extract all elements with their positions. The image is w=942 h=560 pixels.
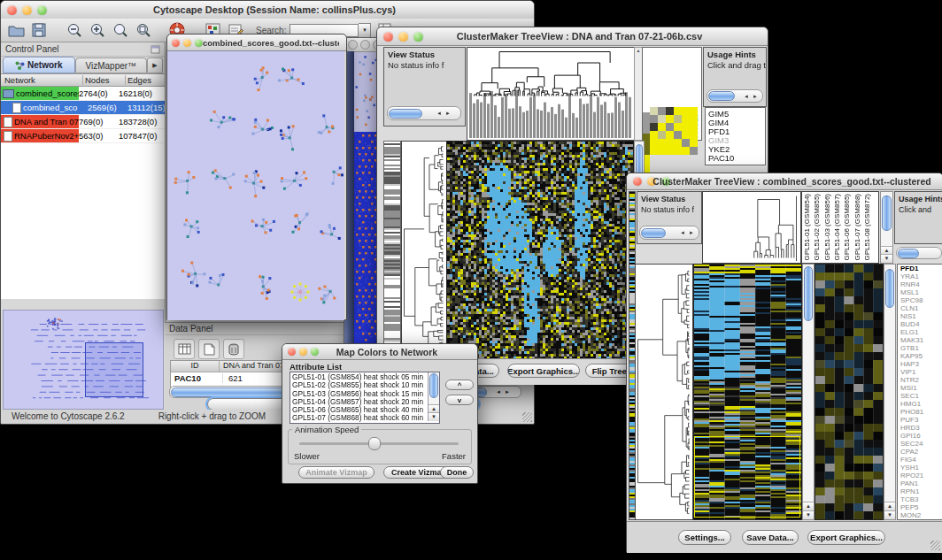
global-pixel-view[interactable] [383, 141, 401, 360]
gene-list-item[interactable]: PFD1 [708, 127, 765, 136]
gene-list-item[interactable]: NIS1 [900, 312, 942, 320]
gene-list-item[interactable]: PAN1 [900, 479, 942, 487]
search-dropdown-icon[interactable]: ▼ [359, 23, 371, 38]
close-icon[interactable] [383, 32, 393, 42]
usage-hints-scrollbar[interactable] [896, 247, 942, 259]
gene-list-item[interactable]: GTB1 [900, 344, 942, 352]
gene-list-item[interactable]: RPO21 [900, 472, 942, 479]
heatmap-vscrollbar[interactable]: ▲▼ [802, 264, 815, 520]
network-list-row[interactable]: RNAPuberNov2+563(0)107847(0) [1, 129, 165, 143]
open-session-icon[interactable] [6, 21, 26, 40]
matrix-cell[interactable] [682, 131, 690, 139]
gene-list-item[interactable]: YSH1 [900, 464, 942, 472]
view-status-scrollbar[interactable]: ◄► [639, 226, 699, 240]
gene-list-item[interactable]: PHO81 [900, 408, 942, 416]
gene-list-item[interactable]: SEC24 [900, 440, 942, 448]
matrix-cell[interactable] [690, 139, 698, 147]
tab-vizmapper[interactable]: VizMapper™ [75, 58, 148, 73]
column-header-network[interactable]: Network [1, 75, 82, 85]
matrix-cell[interactable] [690, 131, 698, 139]
network-canvas-area[interactable] [167, 50, 344, 320]
gene-list-item[interactable]: BUD4 [900, 320, 942, 328]
zoom-fit-icon[interactable] [134, 21, 153, 40]
matrix-cell[interactable] [674, 107, 682, 115]
row-dendrogram[interactable] [636, 265, 691, 518]
save-data-button[interactable]: Save Data... [742, 530, 799, 545]
gene-list-item[interactable]: KAP95 [900, 352, 942, 360]
matrix-cell[interactable] [674, 131, 682, 139]
gene-list-item[interactable]: YKE2 [708, 145, 765, 154]
matrix-cell[interactable] [658, 115, 666, 123]
matrix-cell[interactable] [658, 147, 666, 155]
gene-list-item[interactable]: TCB3 [900, 495, 942, 503]
gene-list-item[interactable]: ELG1 [900, 328, 942, 336]
matrix-cell[interactable] [666, 123, 674, 131]
gene-list-item[interactable]: RNR4 [900, 280, 942, 288]
settings-button[interactable]: Settings... [678, 530, 731, 545]
zoom-out-icon[interactable] [65, 21, 84, 40]
minimize-icon[interactable] [360, 40, 370, 50]
gene-list-item[interactable]: PUF3 [900, 416, 942, 424]
move-down-button[interactable]: v [445, 395, 474, 405]
matrix-cell[interactable] [690, 107, 698, 115]
column-dendrogram[interactable] [467, 48, 632, 138]
matrix-cell[interactable] [666, 139, 674, 147]
matrix-cell[interactable] [658, 131, 666, 139]
heatmap-canvas[interactable] [446, 141, 634, 360]
similarity-matrix[interactable] [650, 107, 698, 155]
gene-list-item[interactable]: MON2 [900, 511, 942, 519]
gene-list-item[interactable]: HRD3 [900, 424, 942, 432]
matrix-cell[interactable] [674, 147, 682, 155]
matrix-cell[interactable] [650, 131, 658, 139]
data-column-id[interactable]: ID [171, 361, 219, 372]
matrix-cell[interactable] [658, 139, 666, 147]
gene-list-item[interactable]: CLN1 [900, 304, 942, 312]
resize-grip[interactable] [930, 541, 940, 550]
minimize-icon[interactable] [183, 39, 191, 47]
export-graphics-button[interactable]: Export Graphics... [807, 530, 885, 545]
network-overview-panel[interactable] [3, 310, 164, 410]
gene-list-item[interactable]: VIP1 [900, 368, 942, 376]
gene-list-item[interactable]: SPC98 [900, 296, 942, 304]
column-dendrogram[interactable] [703, 192, 799, 261]
gene-list-item[interactable]: GIM3 [708, 136, 765, 145]
gene-list-item[interactable]: RPN1 [900, 487, 942, 495]
gene-list-item[interactable]: HAP3 [900, 360, 942, 368]
delete-attribute-icon[interactable] [223, 339, 244, 359]
matrix-cell[interactable] [666, 107, 674, 115]
zoom-window-icon[interactable] [195, 39, 203, 47]
matrix-cell[interactable] [666, 131, 674, 139]
matrix-cell[interactable] [682, 147, 690, 155]
matrix-cell[interactable] [682, 123, 690, 131]
export-graphics-button[interactable]: Export Graphics... [507, 364, 580, 378]
column-header-edges[interactable]: Edges [125, 75, 165, 85]
gene-list-item[interactable]: PAC10 [708, 154, 765, 163]
gene-list-item[interactable]: SEC1 [900, 392, 942, 400]
done-button[interactable]: Done [440, 466, 474, 479]
attribute-list-item[interactable]: GPL51-01 (GSM854) heat shock 05 min [290, 373, 428, 381]
gene-list-item[interactable]: PEP5 [900, 503, 942, 511]
attribute-select-icon[interactable] [174, 339, 195, 359]
tab-network[interactable]: Network [3, 57, 75, 73]
tab-overflow-button[interactable]: ▶ [147, 58, 163, 73]
matrix-cell[interactable] [682, 115, 690, 123]
row-dendrogram[interactable] [402, 142, 444, 357]
heatmap-selection-rect[interactable] [694, 436, 800, 518]
network-list-row[interactable]: DNA and Tran 07769(0)183728(0) [1, 115, 165, 129]
matrix-cell[interactable] [658, 123, 666, 131]
attribute-list-item[interactable]: GPL51-03 (GSM856) heat shock 15 min [290, 390, 428, 398]
zoomed-heatmap-canvas[interactable] [815, 264, 884, 520]
matrix-cell[interactable] [682, 107, 690, 115]
attribute-list-item[interactable]: GPL51-04 (GSM857) heat shock 20 min [290, 398, 428, 406]
zoom-in-icon[interactable] [88, 21, 107, 40]
create-attribute-icon[interactable] [198, 339, 220, 359]
view-status-scrollbar[interactable]: ◄► [387, 106, 461, 120]
matrix-cell[interactable] [650, 115, 658, 123]
network-list-row[interactable]: combined_scores2764(0)16218(0) [1, 87, 165, 101]
attribute-listbox[interactable]: GPL51-01 (GSM854) heat shock 05 minGPL51… [290, 372, 440, 424]
close-icon[interactable] [633, 177, 642, 186]
matrix-cell[interactable] [650, 147, 658, 155]
gene-list-item[interactable]: HMG1 [900, 400, 942, 408]
matrix-cell[interactable] [690, 115, 698, 123]
close-icon[interactable] [288, 348, 296, 356]
